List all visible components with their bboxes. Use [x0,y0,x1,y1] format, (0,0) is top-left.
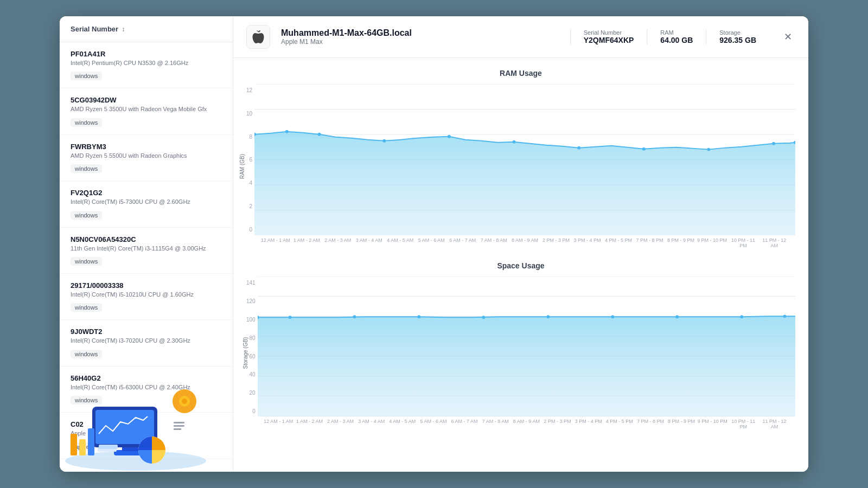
space-chart-container: Space Usage 141 120 100 80 60 40 20 0 St… [246,261,795,429]
x-label: 5 AM - 6 AM [418,419,449,429]
x-label: 8 PM - 9 PM [665,237,696,248]
device-list-item[interactable]: 9J0WDT2 Intel(R) Core(TM) i3-7020U CPU @… [60,320,233,366]
svg-point-34 [740,315,743,318]
x-label: 12 AM - 1 AM [263,419,294,429]
device-serial: 9J0WDT2 [71,328,222,336]
svg-point-35 [783,315,786,318]
x-label: 4 AM - 5 AM [387,419,418,429]
svg-point-8 [285,130,289,133]
serial-stat-value: Y2QMF64XKP [584,36,634,44]
ram-chart-title: RAM Usage [246,69,795,78]
ram-y-axis-label: RAM (GB) [239,154,245,179]
device-list-item[interactable]: 5CG03942DW AMD Ryzen 5 3500U with Radeon… [60,88,233,134]
x-label: 1 AM - 2 AM [294,419,325,429]
x-label: 4 PM - 5 PM [604,419,635,429]
x-label: 9 PM - 10 PM [697,237,727,248]
x-label: 4 PM - 5 PM [603,237,634,248]
space-x-axis: 12 AM - 1 AM 1 AM - 2 AM 2 AM - 3 AM 3 A… [258,419,795,429]
serial-number-header-label: Serial Number [71,25,118,33]
x-label: 7 AM - 8 AM [480,419,511,429]
storage-stat: Storage 926.35 GB [706,29,769,44]
space-chart-title: Space Usage [246,261,795,270]
device-list-item[interactable]: 29171/00003338 Intel(R) Core(TM) i5-1021… [60,274,233,320]
x-label: 8 AM - 9 AM [509,237,540,248]
device-serial: 56H40G2 [71,374,222,382]
device-name-block: Muhammed-M1-Max-64GB.local Apple M1 Max [281,28,559,46]
x-label: 9 PM - 10 PM [697,419,728,429]
svg-point-12 [513,140,516,144]
svg-point-31 [546,315,550,318]
device-cpu: Intel(R) Pentium(R) CPU N3530 @ 2.16GHz [71,59,222,67]
charts-area: RAM Usage 12 10 8 6 4 2 0 RAM (GB) [233,58,808,472]
device-os: windows [71,350,102,358]
device-os: windows [71,164,102,173]
sidebar-header: Serial Number ↕ [60,16,233,42]
device-list-item[interactable]: FWRBYM3 AMD Ryzen 5 5500U with Radeon Gr… [60,135,233,181]
device-os: windows [71,257,102,266]
ram-chart-inner: RAM (GB) [254,84,795,248]
storage-stat-value: 926.35 GB [719,36,756,44]
svg-point-30 [482,316,485,319]
svg-point-32 [611,315,614,318]
device-os: windows [71,303,102,312]
svg-point-27 [288,316,291,319]
device-serial: FWRBYM3 [71,143,222,151]
ram-chart-svg [254,84,795,235]
x-label: 3 PM - 4 PM [573,419,604,429]
device-list-item[interactable]: C02 Apple apple [60,413,233,459]
x-label: 10 PM - 11 PM [728,419,759,429]
x-label: 10 PM - 11 PM [727,237,758,248]
device-os: apple [71,442,94,451]
close-button[interactable]: ✕ [780,29,795,44]
space-chart-wrapper: 141 120 100 80 60 40 20 0 Storage (GB) [246,277,795,429]
serial-stat-label: Serial Number [584,29,634,36]
right-panel: Muhammed-M1-Max-64GB.local Apple M1 Max … [233,16,808,472]
device-os: windows [71,396,102,404]
ram-chart-wrapper: 12 10 8 6 4 2 0 RAM (GB) [246,84,795,248]
space-chart-inner: Storage (GB) [258,277,795,429]
sort-icon[interactable]: ↕ [122,25,125,33]
device-cpu: AMD Ryzen 5 5500U with Radeon Graphics [71,152,222,160]
device-serial: 29171/00003338 [71,281,222,290]
device-serial: N5N0CV06A54320C [71,235,222,243]
svg-point-29 [417,315,420,318]
ram-stat: RAM 64.00 GB [647,29,706,44]
storage-stat-label: Storage [719,29,756,36]
device-list-item[interactable]: 56H40G2 Intel(R) Core(TM) i5-6300U CPU @… [60,367,233,413]
x-label: 3 PM - 4 PM [572,237,603,248]
x-label: 2 AM - 3 AM [322,237,353,248]
x-label: 8 AM - 9 AM [511,419,542,429]
device-serial: 5CG03942DW [71,96,222,104]
x-label: 7 PM - 8 PM [634,237,665,248]
x-label: 6 AM - 7 AM [449,419,480,429]
x-label: 11 PM - 12 AM [759,419,790,429]
device-header: Muhammed-M1-Max-64GB.local Apple M1 Max … [233,16,808,58]
device-os: windows [71,211,102,220]
x-label: 6 AM - 7 AM [447,237,478,248]
serial-stat: Serial Number Y2QMF64XKP [570,29,647,44]
device-cpu: 11th Gen Intel(R) Core(TM) i3-1115G4 @ 3… [71,245,222,253]
svg-point-9 [318,133,321,136]
device-os: windows [71,72,102,80]
x-label: 5 AM - 6 AM [416,237,446,248]
x-label: 2 PM - 3 PM [542,419,573,429]
device-list-item[interactable]: N5N0CV06A54320C 11th Gen Intel(R) Core(T… [60,228,233,274]
device-cpu: Intel(R) Core(TM) i5-10210U CPU @ 1.60GH… [71,291,222,299]
device-serial: C02 [71,420,222,428]
x-label: 2 PM - 3 PM [540,237,571,248]
x-label: 8 PM - 9 PM [666,419,697,429]
x-label: 3 AM - 4 AM [354,237,385,248]
device-list-item[interactable]: FV2Q1G2 Intel(R) Core(TM) i5-7300U CPU @… [60,181,233,227]
ram-chart-container: RAM Usage 12 10 8 6 4 2 0 RAM (GB) [246,69,795,248]
svg-point-33 [675,315,679,318]
device-list-item[interactable]: PF01A41R Intel(R) Pentium(R) CPU N3530 @… [60,42,233,88]
x-label: 2 AM - 3 AM [325,419,356,429]
device-list: PF01A41R Intel(R) Pentium(R) CPU N3530 @… [60,42,233,459]
ram-stat-label: RAM [660,29,693,36]
x-label: 7 AM - 8 AM [478,237,509,248]
device-cpu: Intel(R) Core(TM) i5-7300U CPU @ 2.60GHz [71,198,222,206]
x-label: 12 AM - 1 AM [260,237,291,248]
space-y-axis-label: Storage (GB) [242,337,248,369]
device-cpu: Intel(R) Core(TM) i5-6300U CPU @ 2.40GHz [71,383,222,391]
device-hostname: Muhammed-M1-Max-64GB.local [281,28,559,38]
